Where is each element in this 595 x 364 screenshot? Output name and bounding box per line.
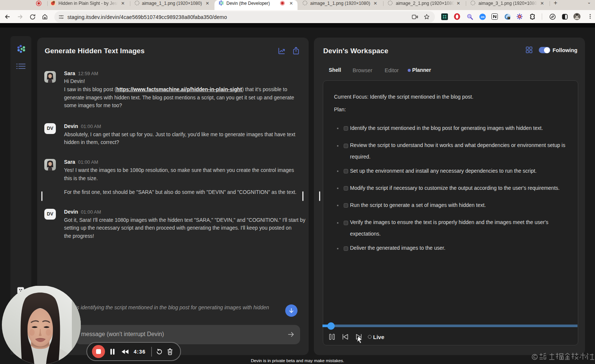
svg-text:zm: zm: [481, 16, 484, 18]
